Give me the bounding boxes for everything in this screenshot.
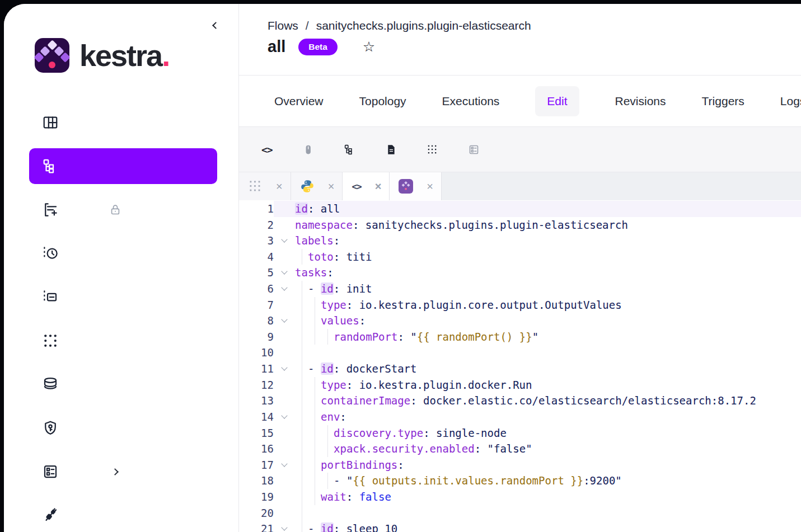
toolbar-blueprints-button[interactable] [468,144,486,156]
editor-tab-flow-code[interactable]: <>× [343,172,390,200]
plugins-icon [42,507,59,524]
sidebar-item-secrets[interactable] [29,406,217,450]
sidebar-item-namespaces[interactable] [29,319,217,362]
sidebar-item-flows[interactable] [29,144,217,188]
sidebar-item-logs[interactable] [29,275,217,319]
sidebar-item-apps[interactable] [29,188,217,232]
line-number: 14 [239,409,274,425]
code-text: containerImage: docker.elastic.co/elasti… [295,393,801,409]
editor-tab-io-py[interactable]: × [291,172,343,200]
toolbar-files-button[interactable] [427,144,444,156]
fold-gutter [274,201,295,217]
code-text: - id: dockerStart [295,361,801,377]
dashboard-icon [42,114,59,131]
fold-chevron-icon[interactable] [274,521,295,532]
toolbar-flow-code-button[interactable]: <> [261,144,279,156]
code-line-14: 14env: [239,409,801,425]
mouse-icon [302,144,314,156]
fold-chevron-icon[interactable] [274,265,295,281]
line-number: 15 [239,425,274,441]
line-number: 8 [239,313,274,329]
line-number: 1 [239,201,274,217]
breadcrumb-flows-link[interactable]: Flows [268,19,298,32]
fold-chevron-icon[interactable] [274,313,295,329]
close-icon[interactable]: × [328,180,335,193]
editor-file-tabs: ××<>×× [239,172,801,200]
breadcrumb: Flows / sanitychecks.plugins.plugin-elas… [268,19,801,32]
line-number: 7 [239,297,274,313]
close-icon[interactable]: × [375,180,382,193]
fold-gutter [274,345,295,361]
code-text: discovery.type: single-node [295,425,801,441]
line-number: 4 [239,249,274,265]
line-number: 2 [239,217,274,233]
document-icon [385,144,397,156]
toolbar-no-code-button[interactable] [302,144,320,156]
page-title: all [268,37,285,56]
code-line-10: 10 [239,345,801,361]
flows-icon [42,158,59,175]
kestra-logo[interactable]: kestra. [35,38,238,73]
fold-gutter [274,297,295,313]
code-editor[interactable]: 1id: all2namespace: sanitychecks.plugins… [239,200,801,532]
fold-chevron-icon[interactable] [274,233,295,249]
fold-chevron-icon[interactable] [274,457,295,473]
tab-revisions[interactable]: Revisions [615,95,666,108]
code-line-19: 19wait: false [239,489,801,505]
fold-chevron-icon[interactable] [274,281,295,297]
tab-executions[interactable]: Executions [442,95,500,108]
fold-chevron-icon[interactable] [274,409,295,425]
code-text [295,505,801,521]
fold-gutter [274,377,295,393]
beta-badge: Beta [298,39,338,55]
code-line-15: 15discovery.type: single-node [239,425,801,441]
tab-edit[interactable]: Edit [535,86,579,116]
code-line-9: 9randomPort: "{{ randomPort() }}" [239,329,801,345]
sidebar-item-dashboards[interactable] [29,101,217,144]
fold-chevron-icon[interactable] [274,361,295,377]
editor-tab-reqr[interactable]: × [390,172,442,200]
code-line-1: 1id: all [239,201,801,217]
sidebar-collapse-button[interactable] [210,21,221,31]
toolbar-topology-button[interactable] [344,144,362,156]
kestra-wordmark: kestra. [79,38,169,73]
tab-topology[interactable]: Topology [359,95,406,108]
editor-tab-files[interactable]: × [239,172,291,200]
sidebar-item-blueprints[interactable] [29,450,217,493]
tab-overview[interactable]: Overview [274,95,324,108]
chevron-right-icon [111,468,119,475]
lock-icon [109,204,121,216]
kvstore-icon [42,376,59,393]
namespaces-icon [42,332,59,349]
tab-logs[interactable]: Logs [780,95,801,108]
code-line-5: 5tasks: [239,265,801,281]
sidebar-item-plugins[interactable] [29,493,217,532]
fold-gutter [274,441,295,457]
line-number: 5 [239,265,274,281]
python-icon [300,179,315,194]
close-icon[interactable]: × [427,180,433,193]
chevron-left-icon [212,22,219,29]
sidebar-item-executions[interactable] [29,232,217,275]
code-line-17: 17portBindings: [239,457,801,473]
code-line-7: 7type: io.kestra.plugin.core.output.Outp… [239,297,801,313]
kestra-logo-icon [35,38,69,73]
close-icon[interactable]: × [276,180,283,193]
code-line-18: 18- "{{ outputs.init.values.randomPort }… [239,473,801,489]
breadcrumb-separator: / [306,19,309,32]
code-text: - "{{ outputs.init.values.randomPort }}:… [295,473,801,489]
code-icon: <> [352,181,361,192]
line-number: 21 [239,521,274,532]
flow-tabs: OverviewTopologyExecutionsEditRevisionsT… [239,75,801,126]
secrets-icon [42,420,59,436]
breadcrumb-namespace-link[interactable]: sanitychecks.plugins.plugin-elasticsearc… [316,19,531,32]
fold-gutter [274,489,295,505]
toolbar-documentation-button[interactable] [385,144,403,156]
favorite-star-icon[interactable]: ☆ [363,40,375,54]
tab-triggers[interactable]: Triggers [702,95,744,108]
fold-gutter [274,249,295,265]
code-text: env: [295,409,801,425]
kestra-icon [399,179,413,194]
fold-gutter [274,329,295,345]
sidebar-item-kv-store[interactable] [29,362,217,406]
